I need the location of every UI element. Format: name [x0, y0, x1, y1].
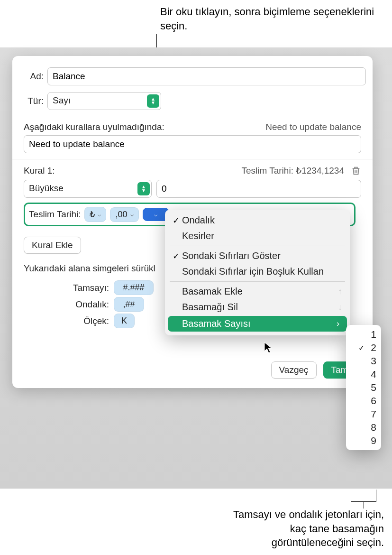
integer-token-label: Tamsayı:: [66, 283, 114, 293]
callout-top: Bir oku tıklayın, sonra biçimleme seçene…: [160, 5, 392, 33]
scale-token-chip[interactable]: K: [114, 314, 135, 328]
menu-item-label: Kesirler: [182, 231, 214, 241]
type-select[interactable]: Sayı: [47, 92, 161, 110]
submenu-item-3[interactable]: 3: [346, 354, 381, 368]
currency-chip[interactable]: ₺ ⌵: [84, 207, 106, 222]
menu-item-label: Basamak Sayısı: [182, 318, 251, 329]
chevron-updown-icon[interactable]: [147, 94, 159, 108]
submenu-item-5[interactable]: 5: [346, 381, 381, 394]
submenu-item-1[interactable]: 1: [346, 328, 381, 341]
token-row-label: Teslim Tarihi:: [29, 209, 81, 220]
menu-item-label: Sondaki Sıfırları Göster: [182, 250, 281, 261]
checkmark-icon: ✓: [170, 251, 182, 261]
chevron-updown-icon[interactable]: [137, 182, 150, 195]
rule-header: Kural 1: Teslim Tarihi: ₺1234,1234: [19, 165, 366, 176]
name-field[interactable]: [47, 67, 366, 85]
condition-threshold-field[interactable]: [156, 180, 361, 198]
submenu-item-4[interactable]: 4: [346, 368, 381, 381]
menu-item-digit-count[interactable]: Basamak Sayısı ›: [168, 316, 347, 332]
rule-label: Kural 1:: [24, 166, 55, 176]
scale-token-label: Ölçek:: [66, 316, 114, 326]
divider: [12, 159, 373, 159]
menu-item-add-digit[interactable]: Basamak Ekle ↑: [165, 284, 350, 299]
menu-separator: [165, 279, 350, 284]
decimal-token-label: Ondalık:: [66, 299, 114, 310]
integer-token-chip[interactable]: #.###: [114, 280, 154, 295]
rule-condition-row: Büyükse: [19, 176, 366, 198]
trash-icon[interactable]: [351, 166, 361, 176]
menu-item-show-trailing-zeros[interactable]: ✓ Sondaki Sıfırları Göster: [165, 248, 350, 264]
type-label: Tür:: [19, 96, 47, 106]
menu-item-label: Sondaki Sıfırlar için Boşluk Kullan: [182, 266, 324, 277]
decimal-chip-label: ,00: [115, 210, 127, 220]
submenu-item-9[interactable]: 9: [346, 434, 381, 447]
chevron-down-icon: ⌵: [98, 211, 101, 218]
submenu-item-6[interactable]: 6: [346, 394, 381, 407]
submenu-item-8[interactable]: 8: [346, 421, 381, 434]
digit-count-submenu: 1 ✓2 3 4 5 6 7 8 9: [346, 325, 381, 450]
condition-value: Büyükse: [24, 180, 152, 198]
cancel-button[interactable]: Vazgeç: [271, 361, 317, 379]
fallback-header-row: Aşağıdaki kurallara uyulmadığında: Need …: [19, 122, 366, 135]
decimal-token-chip[interactable]: ,##: [114, 297, 144, 312]
menu-item-label: Basamak Ekle: [182, 286, 243, 297]
name-label: Ad:: [19, 71, 47, 82]
up-arrow-icon: ↑: [338, 287, 342, 296]
menu-separator: [165, 244, 350, 248]
checkmark-icon: ✓: [170, 215, 182, 226]
menu-item-remove-digit[interactable]: Basamağı Sil ↓: [165, 299, 350, 315]
menu-item-decimal[interactable]: ✓ Ondalık: [165, 213, 350, 228]
fallback-field[interactable]: [24, 135, 361, 153]
menu-item-label: Basamağı Sil: [182, 302, 238, 313]
menu-item-fractions[interactable]: Kesirler: [165, 228, 350, 244]
chevron-down-icon: ⌵: [130, 211, 134, 218]
decimal-chip[interactable]: ,00 ⌵: [110, 207, 138, 222]
type-row: Tür: Sayı: [19, 92, 366, 110]
fallback-preview: Need to update balance: [265, 122, 361, 132]
fallback-label: Aşağıdaki kurallara uyulmadığında:: [24, 122, 164, 132]
currency-chip-label: ₺: [90, 209, 95, 220]
callout-bracket: [351, 490, 376, 502]
menu-item-label: Ondalık: [182, 215, 215, 226]
chevron-right-icon: ›: [337, 319, 339, 329]
divider: [12, 116, 373, 116]
checkmark-icon: ✓: [358, 343, 367, 352]
format-dropdown-menu: ✓ Ondalık Kesirler ✓ Sondaki Sıfırları G…: [165, 210, 350, 335]
menu-item-space-for-zeros[interactable]: Sondaki Sıfırlar için Boşluk Kullan: [165, 264, 350, 279]
callout-bottom: Tamsayı ve ondalık jetonları için, kaç t…: [232, 508, 384, 550]
submenu-item-7[interactable]: 7: [346, 407, 381, 421]
down-arrow-icon: ↓: [338, 302, 342, 312]
type-value: Sayı: [47, 92, 161, 110]
chevron-down-icon: ⌵: [154, 211, 157, 218]
condition-select[interactable]: Büyükse: [24, 180, 152, 198]
submenu-item-2[interactable]: ✓2: [346, 341, 381, 354]
add-rule-button[interactable]: Kural Ekle: [24, 237, 81, 254]
name-row: Ad:: [19, 67, 366, 85]
rule-preview: Teslim Tarihi: ₺1234,1234: [241, 165, 344, 176]
